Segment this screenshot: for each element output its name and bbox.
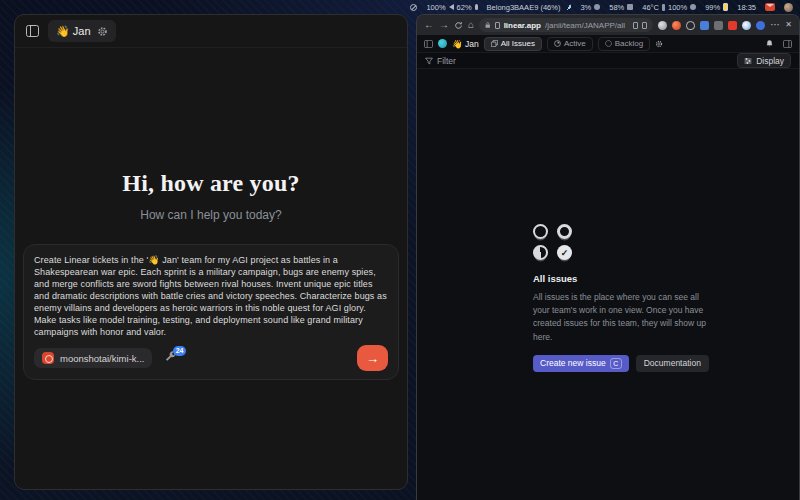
tab-active[interactable]: Active [547, 37, 593, 51]
microphone-icon [475, 4, 478, 10]
all-issues-empty-state: ✓ All issues All issues is the place whe… [533, 224, 715, 372]
tools-count-badge: 24 [173, 346, 187, 356]
prompt-input-text[interactable]: Create Linear tickets in the '👋 Jan' tea… [34, 254, 388, 338]
linear-header: 👋 Jan All Issues Active Backlog [417, 35, 799, 52]
documentation-button[interactable]: Documentation [636, 355, 709, 372]
url-path: /janii/team/JANAPP/all [545, 21, 625, 30]
backlog-status-icon [605, 40, 612, 47]
notifications-bell-icon[interactable] [765, 39, 774, 48]
send-button[interactable]: → [357, 345, 388, 371]
temperature-value: 46°C [642, 3, 659, 12]
site-info-icon[interactable] [495, 22, 500, 29]
toolbar-overflow-button[interactable]: ⋯ [770, 20, 780, 30]
workspace-label: 👋 Jan [452, 39, 479, 49]
tab-active-label: Active [564, 39, 586, 48]
home-button[interactable]: ⌂ [468, 20, 474, 30]
forward-button[interactable]: → [439, 20, 449, 30]
temp-disk-indicator: 46°C 100% [642, 3, 696, 12]
linear-header-right [765, 39, 792, 48]
browser-window: ← → ⌂ linear.app /janii/team/JANAPP/all … [416, 14, 800, 500]
display-label: Display [756, 56, 784, 66]
todo-status-icon [533, 224, 548, 239]
filter-row: Filter Display [417, 52, 799, 69]
window-close-button[interactable]: ✕ [785, 21, 792, 29]
jan-header: 👋 Jan [15, 15, 407, 48]
display-button[interactable]: Display [737, 53, 791, 68]
send-arrow-icon: → [366, 351, 379, 366]
brightness-value: 100% [426, 3, 445, 12]
cpu-value: 3% [580, 3, 591, 12]
extension-icon-round[interactable] [742, 21, 751, 30]
linear-content: ✓ All issues All issues is the place whe… [417, 69, 799, 500]
done-status-icon: ✓ [557, 245, 572, 260]
audio-indicator: 100% 62% [426, 3, 477, 12]
linear-app: 👋 Jan All Issues Active Backlog [417, 35, 799, 500]
views-settings-gear-icon[interactable] [655, 40, 663, 48]
model-selector[interactable]: moonshotai/kimi-k... [34, 348, 152, 368]
greeting-title: Hi, how are you? [15, 170, 407, 197]
workspace-avatar[interactable] [438, 39, 447, 48]
backlog-status-coin-icon [557, 224, 572, 239]
thread-tab[interactable]: 👋 Jan [48, 20, 116, 42]
memory-indicator: 58% [609, 3, 633, 12]
thread-tab-label: 👋 Jan [56, 25, 91, 38]
active-status-icon [554, 40, 561, 47]
tab-backlog[interactable]: Backlog [598, 37, 650, 51]
model-provider-icon [42, 352, 54, 364]
address-bar[interactable]: linear.app /janii/team/JANAPP/all [479, 18, 653, 32]
extension-icon-blue[interactable] [756, 21, 765, 30]
system-status-bar: 100% 62% Belong3BAAE9 (46%) 3% 58% 46°C … [0, 0, 800, 14]
prompt-input-card[interactable]: Create Linear tickets in the '👋 Jan' tea… [23, 244, 399, 380]
empty-state-description: All issues is the place where you can se… [533, 291, 715, 344]
app-tray-icon[interactable] [784, 3, 793, 12]
filter-label: Filter [437, 56, 456, 66]
mail-tray-icon[interactable] [765, 3, 775, 11]
lock-icon [485, 21, 490, 29]
wifi-icon [563, 4, 571, 10]
url-domain: linear.app [504, 21, 541, 30]
battery-value: 99% [705, 3, 720, 12]
extension-icon-1[interactable] [658, 21, 667, 30]
jan-body: Hi, how are you? How can I help you toda… [15, 48, 407, 488]
back-button[interactable]: ← [424, 20, 434, 30]
filter-funnel-icon [425, 57, 433, 65]
dnd-icon [410, 4, 417, 11]
reader-mode-icon[interactable] [642, 22, 647, 29]
thread-settings-gear-icon[interactable] [97, 26, 108, 37]
extension-icon-red[interactable] [728, 21, 737, 30]
display-sliders-icon [744, 57, 752, 65]
filter-button[interactable]: Filter [425, 56, 456, 66]
memory-value: 58% [609, 3, 624, 12]
tools-button[interactable]: 24 [164, 351, 179, 366]
disk-value: 100% [668, 3, 687, 12]
sidebar-toggle-icon[interactable] [26, 25, 39, 37]
thermometer-icon [662, 4, 665, 11]
in-progress-status-icon [533, 245, 548, 260]
tab-all-issues[interactable]: All Issues [484, 37, 542, 51]
extension-icon-flag[interactable] [700, 21, 709, 30]
extension-icon-2[interactable] [672, 21, 681, 30]
issues-icon [491, 40, 498, 47]
cpu-icon [594, 4, 600, 10]
right-panel-toggle-icon[interactable] [783, 40, 792, 48]
create-new-issue-button[interactable]: Create new issue C [533, 355, 629, 372]
clock: 18:35 [737, 3, 756, 12]
status-icons-grid: ✓ [533, 224, 574, 260]
extension-icon-grey[interactable] [714, 21, 723, 30]
linear-sidebar-toggle-icon[interactable] [424, 40, 433, 48]
battery-icon [723, 3, 728, 11]
model-name: moonshotai/kimi-k... [60, 353, 144, 364]
create-new-issue-label: Create new issue [540, 358, 606, 368]
volume-icon [449, 4, 454, 10]
jan-app-window: 👋 Jan Hi, how are you? How can I help yo… [14, 14, 408, 490]
disk-icon [690, 4, 696, 10]
extension-icon-cloud[interactable] [686, 21, 695, 30]
reload-button[interactable] [454, 21, 463, 30]
dnd-indicator [410, 4, 417, 11]
tab-all-issues-label: All Issues [501, 39, 535, 48]
create-shortcut-badge: C [610, 358, 622, 369]
greeting-subtitle: How can I help you today? [15, 208, 407, 222]
bookmark-icon[interactable] [633, 22, 638, 29]
volume-value: 62% [457, 3, 472, 12]
browser-toolbar: ← → ⌂ linear.app /janii/team/JANAPP/all … [417, 15, 799, 35]
